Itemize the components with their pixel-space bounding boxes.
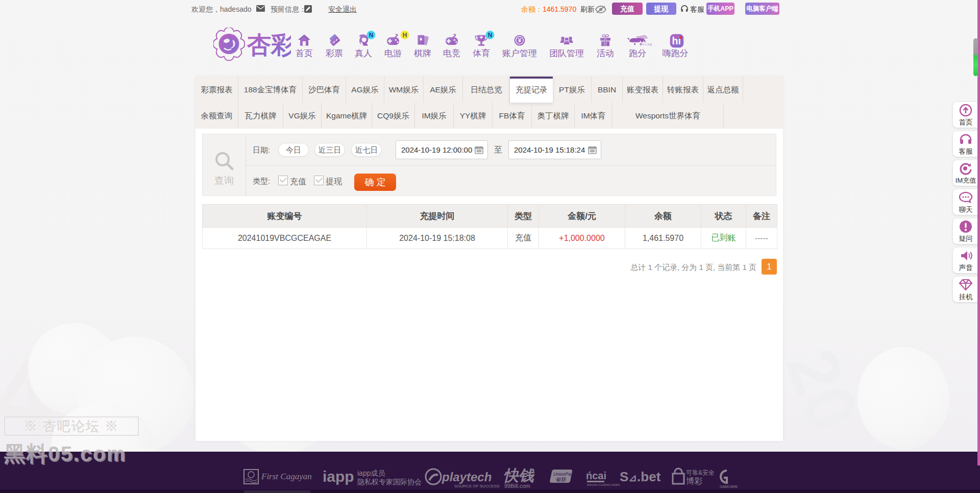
svg-text:ńcai: ńcai [586,470,606,481]
svg-text:99Bill.com: 99Bill.com [504,483,530,489]
svg-text:¥: ¥ [518,37,522,43]
svg-text:SOURCE OF SUCCESS: SOURCE OF SUCCESS [454,484,499,488]
svg-text:快钱: 快钱 [503,467,534,484]
svg-text:UnionPay: UnionPay [553,472,574,477]
svg-text:S⊿.bet: S⊿.bet [620,469,661,484]
svg-text:playtech: playtech [442,470,492,484]
svg-text:N: N [488,32,493,39]
svg-text:N: N [369,32,374,39]
svg-text:博彩: 博彩 [686,477,702,485]
svg-text:杏彩: 杏彩 [247,31,291,58]
svg-text:MACAU CASINO ASSN: MACAU CASINO ASSN [587,483,620,486]
svg-text:隐私权专家国际协会: 隐私权专家国际协会 [357,478,422,486]
svg-text:杏中工作室: 杏中工作室 [640,43,652,46]
svg-text:H: H [403,32,407,39]
svg-text:First Cagayan: First Cagayan [261,472,312,481]
svg-text:GAMCARE: GAMCARE [720,485,738,488]
svg-text:银联: 银联 [556,477,567,482]
svg-text:iapp成员: iapp成员 [357,469,385,477]
svg-text:可靠&安全: 可靠&安全 [686,469,715,476]
svg-text:iapp: iapp [323,468,354,485]
